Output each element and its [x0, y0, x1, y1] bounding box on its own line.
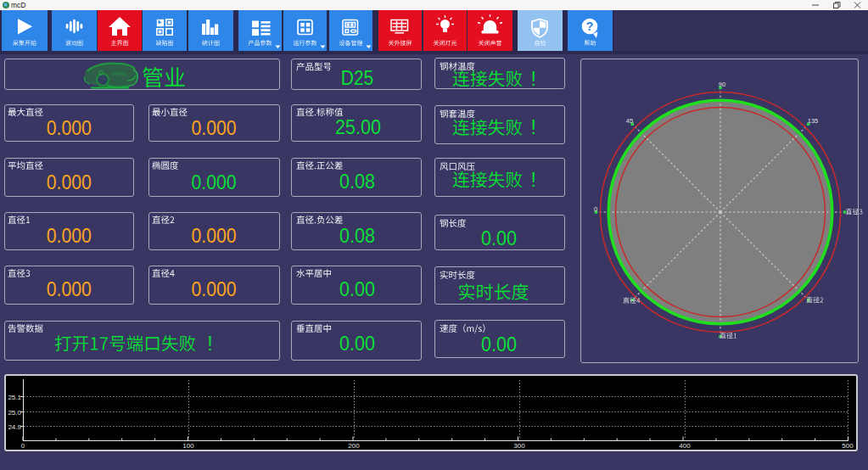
- svg-text:?: ?: [586, 20, 594, 33]
- svg-text:!: !: [531, 68, 536, 90]
- svg-text:0.00: 0.00: [481, 227, 517, 249]
- svg-text:25.00: 25.00: [335, 115, 381, 138]
- svg-text:0.000: 0.000: [47, 225, 92, 247]
- svg-text:0.08: 0.08: [339, 171, 375, 193]
- svg-text:D25: D25: [341, 67, 374, 89]
- svg-text:!: !: [531, 116, 536, 138]
- svg-text:500: 500: [842, 442, 854, 450]
- svg-text:24.9: 24.9: [8, 423, 21, 431]
- svg-text:0.00: 0.00: [339, 333, 375, 355]
- svg-text:0: 0: [21, 442, 25, 450]
- svg-text:200: 200: [348, 442, 360, 450]
- svg-text:0.000: 0.000: [192, 278, 237, 300]
- svg-text:0.000: 0.000: [47, 171, 92, 193]
- svg-text:300: 300: [513, 442, 525, 450]
- svg-text:0.000: 0.000: [192, 117, 237, 139]
- svg-text:25.0: 25.0: [8, 409, 21, 417]
- svg-text:400: 400: [679, 442, 691, 450]
- svg-text:!: !: [531, 169, 536, 191]
- svg-text:45: 45: [626, 117, 633, 125]
- svg-text:0.00: 0.00: [339, 278, 375, 300]
- svg-text:100: 100: [182, 442, 194, 450]
- svg-text:0.08: 0.08: [339, 225, 375, 247]
- svg-text:90: 90: [719, 81, 725, 88]
- svg-text:0.000: 0.000: [47, 278, 92, 300]
- svg-text:135: 135: [808, 117, 819, 125]
- svg-text:0.000: 0.000: [192, 171, 237, 193]
- svg-text:0.000: 0.000: [47, 117, 92, 139]
- svg-text:!: !: [207, 333, 212, 355]
- svg-text:0.000: 0.000: [192, 225, 237, 247]
- svg-text:0: 0: [594, 205, 597, 213]
- svg-text:0.00: 0.00: [481, 333, 517, 355]
- svg-text:mcD: mcD: [11, 1, 25, 9]
- svg-text:25.1: 25.1: [8, 394, 21, 401]
